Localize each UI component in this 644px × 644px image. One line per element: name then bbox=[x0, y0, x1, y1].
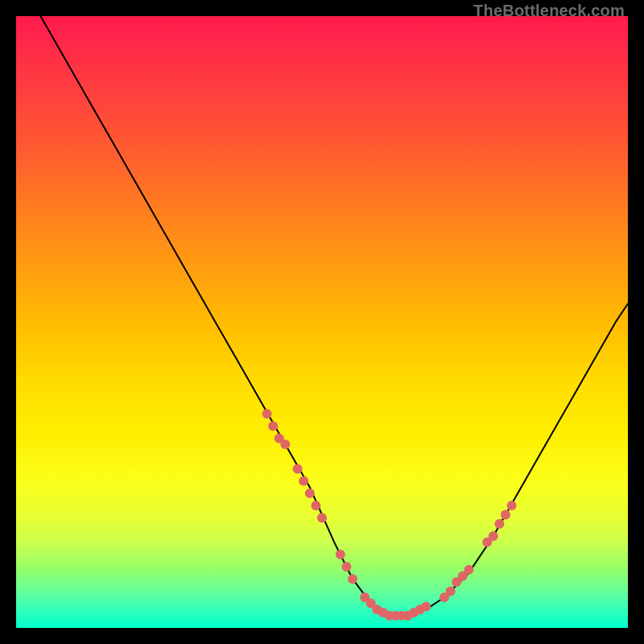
marker-dot bbox=[311, 501, 320, 510]
marker-dot bbox=[299, 477, 308, 486]
marker-group bbox=[262, 409, 517, 621]
marker-dot bbox=[464, 565, 473, 575]
marker-dot bbox=[317, 513, 327, 522]
marker-dot bbox=[305, 489, 315, 498]
marker-dot bbox=[262, 409, 272, 419]
marker-dot bbox=[489, 531, 498, 541]
marker-dot bbox=[501, 510, 510, 519]
marker-dot bbox=[348, 574, 357, 584]
marker-dot bbox=[336, 550, 345, 559]
bottleneck-curve bbox=[40, 16, 628, 616]
marker-dot bbox=[280, 440, 290, 449]
marker-dot bbox=[507, 501, 517, 510]
marker-dot bbox=[268, 421, 278, 431]
marker-dot bbox=[446, 586, 456, 596]
marker-dot bbox=[341, 562, 351, 572]
marker-dot bbox=[293, 464, 303, 473]
marker-dot bbox=[421, 601, 431, 611]
curve-layer bbox=[16, 16, 628, 628]
chart-container: TheBottleneck.com bbox=[0, 0, 644, 644]
marker-dot bbox=[494, 519, 504, 529]
